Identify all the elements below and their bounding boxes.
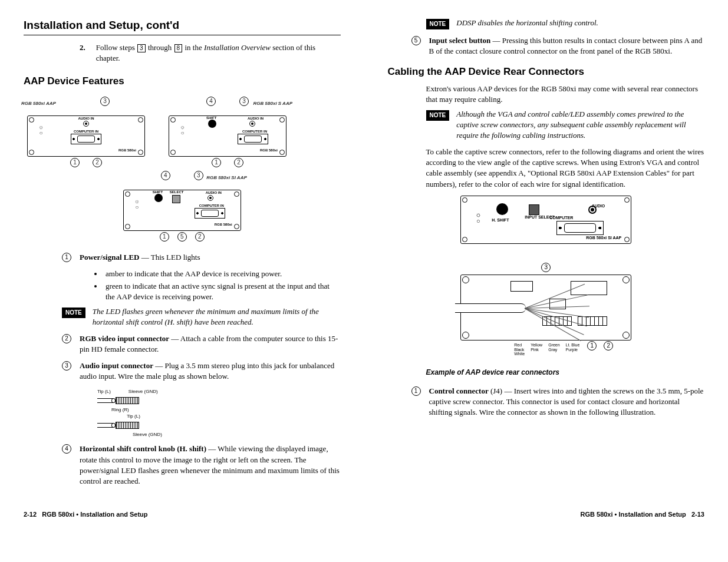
bullet-item: green to indicate that an active sync si… [103, 281, 341, 302]
callout-2: 2 [604, 341, 613, 351]
feature-number: 3 [62, 361, 71, 371]
feature-number: 1 [62, 253, 71, 262]
note-badge: NOTE [426, 110, 450, 121]
plug-body-icon [116, 422, 139, 429]
callout-3: 3 [239, 97, 249, 106]
feature-3: 3 Audio input connector — Plug a 3.5 mm … [62, 361, 341, 382]
device-label: RGB 580xi AAP [21, 100, 56, 107]
shift-knob-icon [154, 194, 163, 202]
connector-block-icon [510, 281, 533, 292]
feature-1: 1 Power/signal LED — This LED lights [62, 252, 341, 263]
callout-3: 3 [194, 171, 203, 180]
feature-title: RGB video input connector [80, 334, 169, 343]
feature-2: 2 RGB video input connector — Attach a c… [62, 333, 341, 355]
callout-1: 1 [587, 341, 597, 351]
cabling-heading: Cabling the AAP Device Rear Connectors [388, 65, 705, 79]
plug-tip-icon [97, 423, 113, 428]
device-si-aap: RGB 580xi SI AAP 4 3 ☼○ SHIFT SELECT AUD… [123, 171, 241, 242]
bullet-item: amber to indicate that the AAP device is… [103, 269, 341, 279]
page-num-left: 2-12 [24, 511, 37, 518]
footer-title: RGB 580xi • Installation and Setup [42, 511, 147, 518]
shift-knob-icon [208, 120, 216, 128]
plug-tip-icon [97, 398, 113, 403]
vga-port-icon [71, 134, 101, 144]
select-button-icon [172, 195, 180, 203]
led-icon: ☼○ [134, 199, 140, 210]
feature-number: 2 [62, 334, 71, 343]
audio-jack-icon [83, 121, 89, 127]
led-icon: ☼○ [38, 124, 44, 136]
callout-1: 1 [70, 158, 80, 167]
note-led: NOTE The LED flashes green whenever the … [62, 306, 341, 328]
callout-3: 3 [100, 97, 110, 106]
page-footer: 2-12 RGB 580xi • Installation and Setup … [24, 510, 704, 519]
feature-title: Audio input connector [80, 361, 153, 370]
note-badge: NOTE [62, 308, 85, 318]
note-cabling: NOTE Although the VGA and control cable/… [426, 109, 705, 141]
step-number: 2. [80, 42, 85, 53]
feature-number: 1 [411, 386, 421, 396]
device-label: RGB 580xi SI AAP [206, 174, 247, 181]
rear-connector-diagram: ☼○ H. SHIFT INPUT SELECT AUDIO COMPUTER … [460, 196, 631, 340]
feature-title: Power/signal LED [80, 253, 139, 262]
fanout-wires-icon [525, 308, 595, 338]
page-title: Installation and Setup, cont'd [24, 18, 341, 35]
select-button-icon [529, 204, 539, 215]
cabling-intro: Extron's various AAP devices for the RGB… [426, 84, 705, 105]
audio-jack-icon [249, 121, 255, 127]
callout-2: 2 [93, 158, 102, 167]
footer-title: RGB 580xi • Installation and Setup [581, 511, 686, 518]
rear-back-view: 1 2 Red Black White Yellow Pink Green Gr… [460, 275, 631, 340]
feature-number: 4 [62, 444, 71, 454]
aap-device-diagrams: RGB 580xi AAP 3 ☼○ AUDIO IN COMPUTER IN … [24, 93, 341, 245]
callout-4: 4 [206, 97, 216, 106]
step-2: 2. Follow steps 3 through 8 in the Insta… [80, 42, 341, 64]
callout-5: 5 [177, 232, 187, 242]
feature-4: 4 Horizontal shift control knob (H. shif… [62, 444, 341, 487]
callout-4: 4 [161, 171, 170, 180]
connector-block-icon [571, 281, 607, 295]
plug-body-icon [116, 397, 139, 404]
led-icon: ☼○ [180, 124, 185, 136]
callout-2: 2 [195, 232, 205, 242]
audio-jack-icon [207, 195, 213, 201]
step-text: Follow steps 3 through 8 in the Installa… [96, 42, 341, 64]
note-text: DDSP disables the horizontal shifting co… [456, 18, 704, 28]
feature-title: Control connector [429, 386, 489, 395]
note-text: Although the VGA and control cable/LED a… [456, 109, 704, 141]
feature-5: 5 Input select button — Pressing this bu… [411, 35, 705, 57]
feature-number: 5 [411, 36, 421, 45]
device-aap: RGB 580xi AAP 3 ☼○ AUDIO IN COMPUTER IN … [27, 97, 145, 167]
cabling-para: To cable the captive screw connectors, r… [426, 147, 705, 190]
note-text: The LED flashes green whenever the minim… [93, 306, 341, 328]
shift-knob-icon [496, 203, 508, 215]
feature-title: Horizontal shift control knob (H. shift) [80, 444, 206, 453]
vga-port-icon [195, 208, 225, 219]
boxed-step-3: 3 [137, 44, 146, 52]
callout-2: 2 [234, 158, 243, 167]
feature-title: Input select button [429, 36, 491, 45]
rear-front-view: ☼○ H. SHIFT INPUT SELECT AUDIO COMPUTER … [460, 196, 631, 244]
example-caption: Example of AAP device rear connectors [426, 368, 705, 378]
device-s-aap: RGB 580xi S AAP 4 3 ☼○ SHIFT AUDIO IN CO… [169, 97, 286, 167]
features-heading: AAP Device Features [24, 74, 341, 88]
callout-1: 1 [160, 232, 169, 242]
note-badge: NOTE [426, 19, 450, 29]
boxed-step-8: 8 [174, 44, 183, 52]
page-num-right: 2-13 [691, 511, 704, 518]
vga-port-icon [238, 134, 268, 144]
cable-bundle-icon [455, 303, 526, 313]
feature-1-bullets: amber to indicate that the AAP device is… [103, 269, 341, 303]
wire-color-labels: Red Black White Yellow Pink Green Gray L… [514, 343, 579, 356]
rear-feature-1: 1 Control connector (J4) — Insert wires … [411, 386, 705, 418]
vga-port-icon [556, 221, 604, 235]
note-ddsp: NOTE DDSP disables the horizontal shifti… [426, 18, 705, 29]
device-label: RGB 580xi S AAP [253, 100, 292, 107]
callout-1: 1 [212, 158, 221, 167]
callout-3: 3 [541, 263, 551, 272]
led-icon: ☼○ [475, 211, 481, 224]
audio-plug-diagram: Tip (L)Sleeve (GND) Ring (R) Tip (L) Sle… [97, 388, 341, 438]
